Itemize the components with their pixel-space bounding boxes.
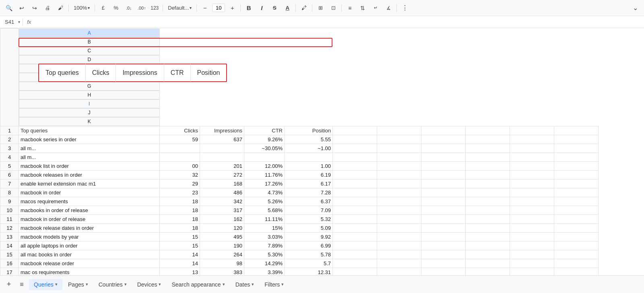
expand-button[interactable]: ⌄ — [630, 2, 641, 14]
table-cell[interactable] — [377, 126, 421, 135]
table-cell[interactable]: enable kernel extension mac m1 — [19, 179, 160, 188]
redo-button[interactable]: ↪ — [29, 2, 40, 14]
col-header-j[interactable]: J — [19, 108, 160, 117]
table-cell[interactable]: 3.39% — [244, 268, 285, 275]
table-cell[interactable]: 18 — [160, 197, 200, 206]
table-cell[interactable] — [554, 188, 599, 197]
table-cell[interactable] — [333, 206, 377, 215]
sheet-tab-queries[interactable]: Queries▾ — [29, 279, 62, 290]
table-cell[interactable]: 12.31 — [285, 268, 333, 275]
table-cell[interactable] — [421, 126, 466, 135]
table-cell[interactable] — [421, 161, 466, 170]
row-number[interactable]: 13 — [0, 232, 19, 241]
table-cell[interactable] — [554, 197, 599, 206]
col-header-d[interactable]: D — [19, 55, 160, 64]
table-cell[interactable]: 23 — [160, 188, 200, 197]
text-rotate-button[interactable]: ∡ — [383, 2, 394, 14]
table-cell[interactable]: Position — [285, 126, 333, 135]
table-cell[interactable]: all m... — [19, 153, 160, 161]
table-cell[interactable] — [421, 188, 466, 197]
table-cell[interactable] — [510, 223, 554, 232]
table-cell[interactable] — [377, 179, 421, 188]
table-cell[interactable]: all apple laptops in order — [19, 241, 160, 250]
row-number[interactable]: 15 — [0, 250, 19, 259]
sheet-tab-filters[interactable]: Filters▾ — [260, 279, 289, 290]
table-cell[interactable] — [466, 188, 510, 197]
table-cell[interactable]: 9.92 — [285, 232, 333, 241]
table-cell[interactable]: 168 — [200, 179, 244, 188]
table-cell[interactable] — [554, 161, 599, 170]
table-cell[interactable]: 29 — [160, 179, 200, 188]
table-cell[interactable]: 7.09 — [285, 206, 333, 215]
table-cell[interactable] — [466, 250, 510, 259]
table-cell[interactable] — [510, 197, 554, 206]
sheet-tab-pages[interactable]: Pages▾ — [63, 279, 93, 290]
merge-button[interactable]: ⊡ — [328, 2, 339, 14]
table-cell[interactable]: macbook in order of release — [19, 215, 160, 223]
table-cell[interactable] — [333, 241, 377, 250]
table-cell[interactable] — [554, 135, 599, 144]
table-cell[interactable]: 342 — [200, 197, 244, 206]
table-cell[interactable] — [160, 153, 200, 161]
table-cell[interactable] — [466, 126, 510, 135]
fill-color-button[interactable]: 🖍 — [298, 2, 310, 14]
table-cell[interactable] — [554, 232, 599, 241]
table-cell[interactable] — [510, 135, 554, 144]
align-v-button[interactable]: ⇅ — [357, 2, 368, 14]
table-cell[interactable] — [333, 197, 377, 206]
col-header-f[interactable]: F — [19, 73, 160, 82]
table-cell[interactable] — [466, 144, 510, 153]
table-cell[interactable]: 32 — [160, 170, 200, 179]
table-cell[interactable] — [510, 170, 554, 179]
percent-button[interactable]: % — [110, 2, 122, 14]
table-cell[interactable]: 495 — [200, 232, 244, 241]
table-cell[interactable] — [421, 259, 466, 268]
sheet-menu-button[interactable]: ≡ — [16, 279, 27, 290]
table-cell[interactable] — [554, 215, 599, 223]
table-cell[interactable] — [554, 170, 599, 179]
table-cell[interactable] — [466, 206, 510, 215]
table-cell[interactable]: 12.00% — [244, 161, 285, 170]
bold-button[interactable]: B — [243, 2, 254, 14]
table-cell[interactable] — [510, 232, 554, 241]
table-cell[interactable] — [421, 268, 466, 275]
row-number[interactable]: 4 — [0, 153, 19, 161]
table-cell[interactable] — [554, 126, 599, 135]
table-cell[interactable]: 486 — [200, 188, 244, 197]
table-cell[interactable] — [510, 126, 554, 135]
row-number[interactable]: 1 — [0, 126, 19, 135]
table-cell[interactable]: 1.00 — [285, 161, 333, 170]
table-cell[interactable] — [377, 215, 421, 223]
col-header-g[interactable]: G — [19, 82, 160, 91]
table-cell[interactable] — [554, 153, 599, 161]
table-cell[interactable]: 6.19 — [285, 170, 333, 179]
table-cell[interactable] — [200, 144, 244, 153]
table-cell[interactable]: 120 — [200, 223, 244, 232]
table-cell[interactable]: 264 — [200, 250, 244, 259]
table-cell[interactable]: macbooks in order of release — [19, 206, 160, 215]
table-cell[interactable]: macos requirements — [19, 197, 160, 206]
table-cell[interactable] — [333, 232, 377, 241]
table-cell[interactable]: 18 — [160, 206, 200, 215]
table-cell[interactable]: 5.78 — [285, 250, 333, 259]
table-cell[interactable] — [466, 135, 510, 144]
table-cell[interactable]: mac os requirements — [19, 268, 160, 275]
table-cell[interactable] — [554, 144, 599, 153]
add-sheet-button[interactable]: + — [3, 279, 14, 290]
table-cell[interactable] — [333, 215, 377, 223]
table-cell[interactable]: all m... — [19, 144, 160, 153]
table-cell[interactable]: macbook release dates in order — [19, 223, 160, 232]
table-cell[interactable]: 00 — [160, 161, 200, 170]
table-cell[interactable]: 5.30% — [244, 250, 285, 259]
table-cell[interactable] — [510, 268, 554, 275]
table-cell[interactable]: Clicks — [160, 126, 200, 135]
table-cell[interactable] — [421, 144, 466, 153]
table-cell[interactable] — [200, 153, 244, 161]
table-cell[interactable] — [510, 215, 554, 223]
table-cell[interactable]: 11.76% — [244, 170, 285, 179]
currency-button[interactable]: £ — [97, 2, 109, 14]
table-cell[interactable] — [466, 268, 510, 275]
table-cell[interactable] — [421, 206, 466, 215]
col-header-h[interactable]: H — [19, 91, 160, 99]
table-cell[interactable]: 162 — [200, 215, 244, 223]
